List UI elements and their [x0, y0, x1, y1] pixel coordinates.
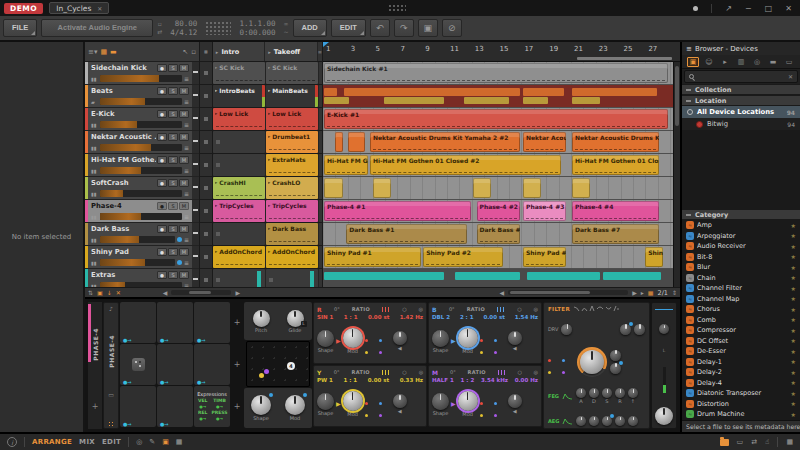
solo-button[interactable]: S [168, 248, 178, 256]
arranger-clip[interactable]: Nektar Acoustic Drums Kit Yamaha 2 #2 [370, 132, 521, 152]
arranger-clip[interactable]: Dark Bass #6 [477, 224, 521, 244]
modulator-slot-env[interactable]: ●→ [194, 302, 230, 343]
scene-end-column[interactable]: ≡ [318, 42, 322, 61]
maximize-icon[interactable]: □ [765, 4, 773, 13]
operator-freq[interactable]: 0.00 Hz [515, 377, 538, 383]
arranger-clip[interactable]: Phase-4 #2 [477, 201, 521, 221]
file-menu-button[interactable]: FILE [3, 19, 37, 37]
play-icon[interactable]: ▸ [268, 49, 271, 55]
favorite-star-icon[interactable]: ★ [791, 379, 796, 386]
global-mod-knob[interactable]: Mod [285, 395, 305, 421]
favorite-star-icon[interactable]: ★ [791, 337, 796, 344]
clip-stop-button[interactable] [200, 200, 213, 222]
track-fader[interactable] [192, 131, 199, 153]
category-item[interactable]: ≈Comb★ [682, 315, 800, 326]
track-row[interactable]: Shiny Pad●SM▮▮≡ [85, 246, 199, 269]
cutoff-knob[interactable] [577, 347, 607, 377]
solo-button[interactable]: S [168, 133, 178, 141]
clip-stop-button[interactable] [200, 177, 213, 199]
samples-play-tab[interactable]: ▸ [719, 58, 731, 66]
category-item[interactable]: ≈Audio Receiver★ [682, 241, 800, 252]
arranger-hscrollbar[interactable] [508, 290, 628, 295]
launcher-hscrollbar[interactable] [171, 290, 231, 295]
mute-button[interactable]: M [179, 179, 189, 187]
operator-phase[interactable]: 0° [449, 306, 455, 312]
track-fader[interactable] [192, 200, 199, 222]
file-icon[interactable]: ▭ [737, 438, 744, 446]
section-location[interactable]: Location [682, 95, 800, 106]
track-fader[interactable] [192, 269, 199, 287]
category-item[interactable]: ≈Arpeggiator★ [682, 231, 800, 242]
arranger-clip[interactable]: Hi-Hat FM Gothe [324, 155, 368, 175]
operator-freq[interactable]: 1.42 Hz [400, 314, 423, 320]
track-device-chain[interactable]: PHASE-4 + [88, 302, 102, 429]
stop-column-header[interactable]: ■ [200, 42, 213, 61]
track-menu-icon[interactable]: ≡ [184, 121, 189, 128]
clip-stop-icon[interactable]: ▣ [97, 289, 103, 296]
files-tab[interactable]: ▭ [783, 58, 795, 66]
device-window-icon[interactable]: ▭ [108, 391, 114, 398]
aeg-knob[interactable] [628, 416, 638, 426]
swap-icon[interactable]: ⇄ [751, 438, 757, 446]
arranger-clip[interactable]: Phase-4 #3 [523, 201, 566, 221]
stop-all-icon[interactable]: ▫ [191, 48, 196, 56]
extras-clip[interactable] [324, 272, 444, 280]
extras-clip[interactable] [527, 272, 599, 280]
mini-knob[interactable] [379, 330, 390, 341]
xy-dot-purple[interactable] [264, 369, 269, 374]
record-arm-button[interactable]: ● [157, 225, 167, 233]
track-row[interactable]: Sidechain Kick●SM▮▮≡ [85, 62, 199, 85]
add-modulator-button[interactable]: + [231, 302, 243, 343]
track-menu-icon[interactable]: ≡ [184, 75, 189, 82]
favorite-star-icon[interactable]: ★ [791, 274, 796, 281]
track-row[interactable]: Beats●SM▰≡ [85, 85, 199, 108]
arranger-ruler[interactable]: 13579111315171921232527 [323, 42, 680, 62]
arranger-clip[interactable]: Hi-Hat FM Gothen 01 Closed #3 [572, 155, 659, 175]
music-tab[interactable]: ▬ [767, 58, 779, 66]
glide-knob[interactable]: GlideL [287, 310, 304, 333]
clip-cell[interactable] [213, 223, 265, 245]
stereo-icon[interactable]: ◎ [419, 369, 423, 375]
folder-icon[interactable] [720, 439, 729, 446]
mod-knob[interactable]: Mod [343, 328, 363, 354]
mute-button[interactable]: M [179, 202, 189, 210]
category-item[interactable]: ≈Compressor★ [682, 325, 800, 336]
clip-stop-button[interactable] [200, 62, 213, 84]
mute-button[interactable]: M [179, 110, 189, 118]
clip-stop-button[interactable] [200, 108, 213, 130]
mini-knob[interactable] [365, 342, 376, 353]
insert-icon[interactable]: ↓ [107, 289, 112, 296]
mini-knob[interactable] [480, 405, 491, 416]
track-fader[interactable] [192, 108, 199, 130]
mini-knob[interactable] [480, 330, 491, 341]
extras-clip[interactable] [603, 272, 661, 280]
track-fader[interactable] [192, 154, 199, 176]
mute-button[interactable]: M [179, 87, 189, 95]
operator-mode[interactable]: PW 1 [317, 377, 333, 383]
arranger-clip[interactable]: Dark Bass #1 [346, 224, 467, 244]
output-tab[interactable] [655, 306, 673, 310]
clip-cell[interactable]: ▸CrashLO [266, 177, 318, 199]
view-range-bar[interactable] [577, 57, 672, 60]
record-arm-button[interactable]: ● [157, 271, 167, 279]
mini-knob[interactable] [494, 393, 505, 404]
arranger-clip[interactable] [523, 178, 541, 198]
scene-header[interactable]: ▸Intro [213, 42, 264, 61]
track-row[interactable]: Hi-Hat FM Gothe...●SM▮▮≡ [85, 154, 199, 177]
shape-knob[interactable]: Shape [317, 330, 334, 353]
arranger-clip[interactable]: Nektar Acoustic [523, 132, 566, 152]
favorite-star-icon[interactable]: ★ [791, 327, 796, 334]
category-item[interactable]: ≈Chain★ [682, 273, 800, 284]
category-item[interactable]: ≈Chorus★ [682, 304, 800, 315]
stereo-icon[interactable]: ◎ [419, 306, 423, 312]
favorite-star-icon[interactable]: ★ [791, 285, 796, 292]
favorite-star-icon[interactable]: ★ [791, 253, 796, 260]
operator-freq[interactable]: 0.33 Hz [400, 377, 423, 383]
arranger-clip[interactable]: E-Kick #1 [324, 109, 668, 129]
clip-stop-button[interactable] [200, 154, 213, 176]
free-mode-icon[interactable]: ○ [517, 306, 521, 312]
category-item[interactable]: ≈De-Esser★ [682, 346, 800, 357]
scene-header[interactable]: ▸Takeoff [265, 42, 316, 61]
clip-cell[interactable]: ▸Low Lick [266, 108, 318, 130]
extras-clip[interactable] [455, 272, 520, 280]
